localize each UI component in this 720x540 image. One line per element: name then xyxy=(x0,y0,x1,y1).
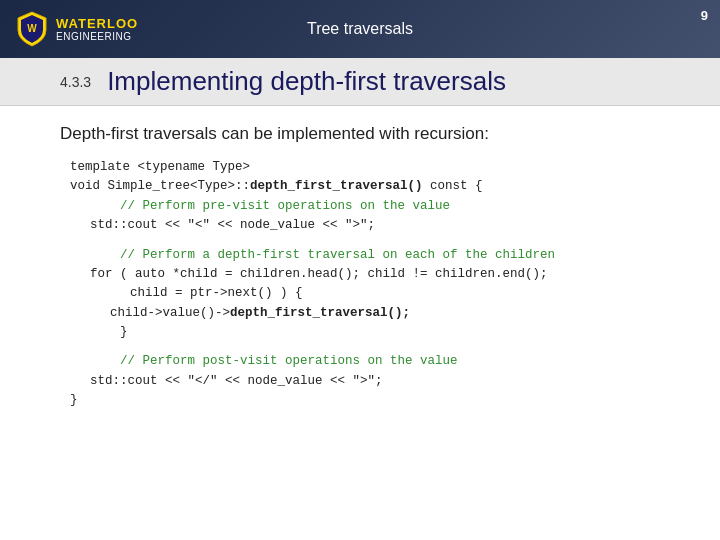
code-line-5: // Perform a depth-first traversal on ea… xyxy=(90,246,680,265)
header: W WATERLOO ENGINEERING Tree traversals 9 xyxy=(0,0,720,58)
section-bar: 4.3.3 Implementing depth-first traversal… xyxy=(0,58,720,106)
header-title: Tree traversals xyxy=(307,20,413,38)
code-line-10: // Perform post-visit operations on the … xyxy=(90,352,680,371)
code-block: template <typename Type> void Simple_tre… xyxy=(60,158,680,411)
code-line-1: template <typename Type> xyxy=(70,158,680,177)
section-number: 4.3.3 xyxy=(60,74,91,90)
code-line-9: } xyxy=(90,323,680,342)
content-area: Depth-first traversals can be implemente… xyxy=(0,106,720,421)
content-subtitle: Depth-first traversals can be implemente… xyxy=(60,124,680,144)
code-text: void Simple_tree<Type>::depth_first_trav… xyxy=(70,179,483,193)
shield-icon: W xyxy=(16,10,48,48)
svg-text:W: W xyxy=(27,23,37,34)
code-line-6: for ( auto *child = children.head(); chi… xyxy=(90,265,680,284)
logo-engineering: ENGINEERING xyxy=(56,31,138,42)
code-line-2: void Simple_tree<Type>::depth_first_trav… xyxy=(70,177,680,196)
logo-area: W WATERLOO ENGINEERING xyxy=(16,10,138,48)
code-line-11: std::cout << "</" << node_value << ">"; xyxy=(90,372,680,391)
code-line-7: child = ptr->next() ) { xyxy=(130,284,680,303)
logo-waterloo: WATERLOO xyxy=(56,16,138,31)
code-line-8: child->value()->depth_first_traversal(); xyxy=(110,304,680,323)
code-line-4: std::cout << "<" << node_value << ">"; xyxy=(90,216,680,235)
logo-text: WATERLOO ENGINEERING xyxy=(56,16,138,42)
code-line-3: // Perform pre-visit operations on the v… xyxy=(90,197,680,216)
code-line-12: } xyxy=(70,391,680,410)
slide-number: 9 xyxy=(701,8,708,23)
section-title: Implementing depth-first traversals xyxy=(107,66,506,97)
